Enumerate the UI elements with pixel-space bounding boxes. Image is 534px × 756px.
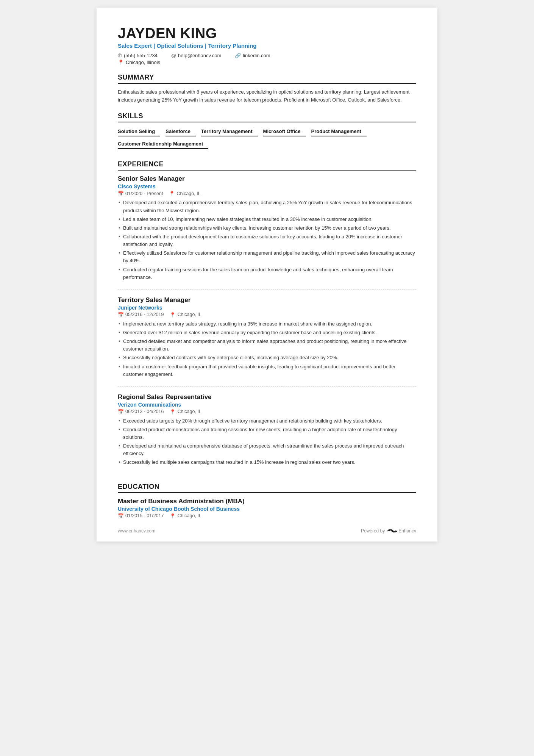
summary-text: Enthusiastic sales professional with 8 y… bbox=[118, 88, 416, 104]
calendar-icon: 📅 bbox=[118, 513, 124, 519]
education-list: Master of Business Administration (MBA) … bbox=[118, 498, 416, 519]
experience-section: EXPERIENCE Senior Sales Manager Cisco Sy… bbox=[118, 160, 416, 474]
education-section: EDUCATION Master of Business Administrat… bbox=[118, 483, 416, 519]
calendar-icon: 📅 bbox=[118, 312, 124, 318]
bullet-item: Conducted product demonstrations and tra… bbox=[118, 426, 416, 441]
bullet-item: Exceeded sales targets by 20% through ef… bbox=[118, 417, 416, 425]
company-name: Cisco Systems bbox=[118, 183, 416, 189]
brand-name: Enhancv bbox=[398, 528, 416, 534]
summary-section: SUMMARY Enthusiastic sales professional … bbox=[118, 74, 416, 104]
linkedin-contact: 🔗 linkedin.com bbox=[235, 53, 270, 58]
phone-contact: ✆ (555) 555-1234 bbox=[118, 53, 158, 58]
skills-title: SKILLS bbox=[118, 112, 416, 122]
experience-list: Senior Sales Manager Cisco Systems 📅 01/… bbox=[118, 175, 416, 474]
dates-text: 01/2020 - Present bbox=[125, 191, 163, 196]
job-title: Senior Sales Manager bbox=[118, 175, 416, 183]
dates-text: 06/2013 - 04/2016 bbox=[125, 409, 164, 414]
experience-title: EXPERIENCE bbox=[118, 160, 416, 171]
summary-title: SUMMARY bbox=[118, 74, 416, 84]
location-text: Chicago, IL bbox=[177, 312, 201, 317]
resume-header: JAYDEN KING Sales Expert | Optical Solut… bbox=[118, 26, 416, 65]
location-pin-icon: 📍 bbox=[170, 409, 176, 415]
phone-icon: ✆ bbox=[118, 53, 122, 58]
email-icon: @ bbox=[171, 53, 176, 58]
location-text: Chicago, IL bbox=[177, 409, 201, 414]
dates-text: 05/2016 - 12/2019 bbox=[125, 312, 164, 317]
calendar-icon: 📅 bbox=[118, 409, 124, 415]
edu-degree: Master of Business Administration (MBA) bbox=[118, 498, 416, 505]
company-name: Juniper Networks bbox=[118, 305, 416, 311]
resume-page: JAYDEN KING Sales Expert | Optical Solut… bbox=[97, 8, 437, 542]
skill-item: Salesforce bbox=[166, 127, 196, 136]
job-title: Territory Sales Manager bbox=[118, 296, 416, 304]
phone-number: (555) 555-1234 bbox=[124, 53, 158, 58]
skills-grid: Solution SellingSalesforceTerritory Mana… bbox=[118, 127, 416, 152]
job-meta: 📅 06/2013 - 04/2016 📍 Chicago, IL bbox=[118, 409, 416, 415]
location-pin-icon: 📍 bbox=[170, 513, 176, 519]
bullet-item: Successfully led multiple sales campaign… bbox=[118, 459, 416, 466]
skill-item: Territory Management bbox=[201, 127, 258, 136]
job-location: 📍 Chicago, IL bbox=[170, 409, 201, 415]
bullet-item: Developed and executed a comprehensive t… bbox=[118, 199, 416, 214]
footer-website: www.enhancv.com bbox=[118, 528, 155, 534]
edu-location-text: Chicago, IL bbox=[177, 513, 201, 518]
location-pin-icon: 📍 bbox=[169, 191, 175, 196]
edu-school: University of Chicago Booth School of Bu… bbox=[118, 506, 416, 512]
bullet-item: Successfully negotiated contracts with k… bbox=[118, 354, 416, 362]
education-title: EDUCATION bbox=[118, 483, 416, 493]
enhancv-logo: Enhancv bbox=[387, 528, 416, 534]
page-footer: www.enhancv.com Powered by Enhancv bbox=[118, 528, 416, 534]
job-bullets: Exceeded sales targets by 20% through ef… bbox=[118, 417, 416, 466]
footer-brand: Powered by Enhancv bbox=[361, 528, 416, 534]
bullet-item: Conducted regular training sessions for … bbox=[118, 266, 416, 281]
powered-by-label: Powered by bbox=[361, 528, 385, 534]
bullet-item: Effectively utilized Salesforce for cust… bbox=[118, 249, 416, 265]
skill-item: Customer Relationship Management bbox=[118, 139, 208, 149]
company-name: Verizon Communications bbox=[118, 402, 416, 408]
job-dates: 📅 01/2020 - Present bbox=[118, 191, 163, 196]
location-text: Chicago, Illinois bbox=[126, 59, 160, 65]
bullet-item: Developed and maintained a comprehensive… bbox=[118, 442, 416, 457]
calendar-icon: 📅 bbox=[118, 191, 124, 196]
experience-block: Senior Sales Manager Cisco Systems 📅 01/… bbox=[118, 175, 416, 289]
job-bullets: Developed and executed a comprehensive t… bbox=[118, 199, 416, 281]
bullet-item: Led a sales team of 10, implementing new… bbox=[118, 216, 416, 223]
linkedin-url: linkedin.com bbox=[243, 53, 270, 58]
job-dates: 📅 05/2016 - 12/2019 bbox=[118, 312, 164, 318]
experience-block: Regional Sales Representative Verizon Co… bbox=[118, 393, 416, 474]
link-icon: 🔗 bbox=[235, 53, 241, 58]
location-contact: 📍 Chicago, Illinois bbox=[118, 59, 160, 65]
skills-section: SKILLS Solution SellingSalesforceTerrito… bbox=[118, 112, 416, 152]
email-contact: @ help@enhancv.com bbox=[171, 53, 221, 58]
job-title: Regional Sales Representative bbox=[118, 393, 416, 401]
job-location: 📍 Chicago, IL bbox=[169, 191, 200, 196]
bullet-item: Conducted detailed market and competitor… bbox=[118, 338, 416, 353]
email-address: help@enhancv.com bbox=[178, 53, 221, 58]
job-meta: 📅 05/2016 - 12/2019 📍 Chicago, IL bbox=[118, 312, 416, 318]
skill-item: Microsoft Office bbox=[263, 127, 306, 136]
location-text: Chicago, IL bbox=[176, 191, 200, 196]
bullet-item: Generated over $12 million in sales reve… bbox=[118, 329, 416, 337]
edu-dates: 📅 01/2015 - 01/2017 bbox=[118, 513, 164, 519]
edu-location: 📍 Chicago, IL bbox=[170, 513, 201, 519]
job-location: 📍 Chicago, IL bbox=[170, 312, 201, 318]
experience-block: Territory Sales Manager Juniper Networks… bbox=[118, 296, 416, 387]
job-meta: 📅 01/2020 - Present 📍 Chicago, IL bbox=[118, 191, 416, 196]
bullet-item: Collaborated with the product developmen… bbox=[118, 233, 416, 248]
job-dates: 📅 06/2013 - 04/2016 bbox=[118, 409, 164, 415]
candidate-title: Sales Expert | Optical Solutions | Terri… bbox=[118, 42, 416, 49]
edu-meta: 📅 01/2015 - 01/2017 📍 Chicago, IL bbox=[118, 513, 416, 519]
location-pin-icon: 📍 bbox=[170, 312, 176, 318]
edu-dates-text: 01/2015 - 01/2017 bbox=[125, 513, 164, 518]
bullet-item: Implemented a new territory sales strate… bbox=[118, 320, 416, 328]
contact-row-2: 📍 Chicago, Illinois bbox=[118, 59, 416, 65]
skill-item: Solution Selling bbox=[118, 127, 160, 136]
education-block: Master of Business Administration (MBA) … bbox=[118, 498, 416, 519]
bullet-item: Initiated a customer feedback program th… bbox=[118, 363, 416, 378]
skill-item: Product Management bbox=[311, 127, 367, 136]
candidate-name: JAYDEN KING bbox=[118, 26, 416, 42]
contact-row-1: ✆ (555) 555-1234 @ help@enhancv.com 🔗 li… bbox=[118, 53, 416, 58]
bullet-item: Built and maintained strong relationship… bbox=[118, 224, 416, 232]
job-bullets: Implemented a new territory sales strate… bbox=[118, 320, 416, 378]
location-icon: 📍 bbox=[118, 59, 124, 65]
